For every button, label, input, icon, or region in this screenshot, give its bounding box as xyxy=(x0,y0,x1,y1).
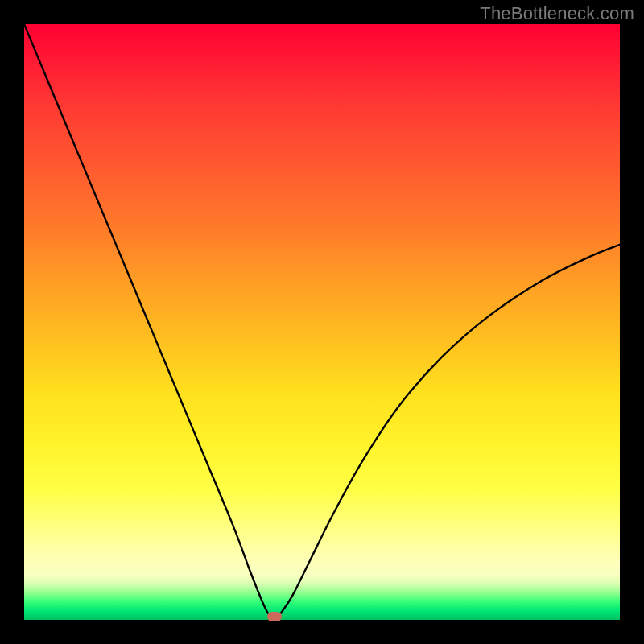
curve-right-branch xyxy=(280,245,620,614)
curve-left-branch xyxy=(24,24,271,617)
minimum-marker xyxy=(267,612,282,621)
chart-area xyxy=(24,24,620,620)
chart-curve-layer xyxy=(24,24,620,620)
watermark-text: TheBottleneck.com xyxy=(480,3,634,24)
